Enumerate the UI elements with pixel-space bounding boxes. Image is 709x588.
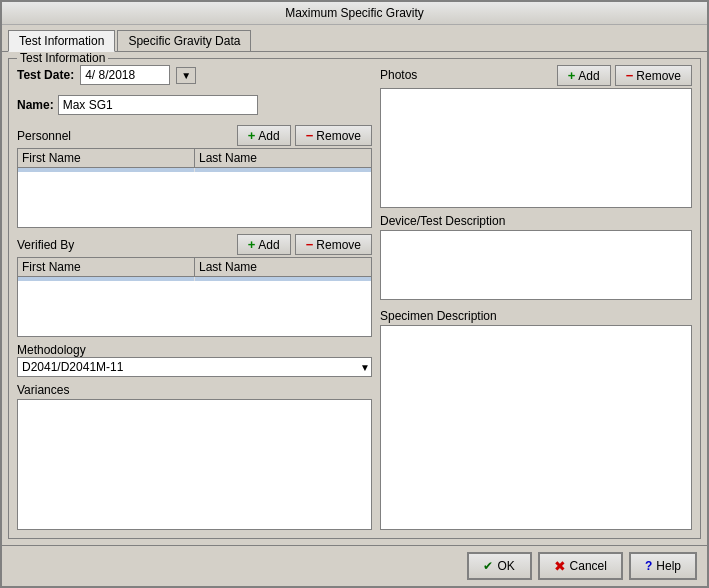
- footer: ✔ OK ✖ Cancel ? Help: [2, 545, 707, 586]
- tab-test-information[interactable]: Test Information: [8, 30, 115, 52]
- photos-section: Photos + Add − Remove: [380, 65, 692, 208]
- name-label: Name:: [17, 98, 54, 112]
- photos-add-button[interactable]: + Add: [557, 65, 611, 86]
- title-bar: Maximum Specific Gravity: [2, 2, 707, 25]
- personnel-btn-group: + Add − Remove: [237, 125, 372, 146]
- photos-remove-button[interactable]: − Remove: [615, 65, 692, 86]
- personnel-cell-lastname-1: [195, 168, 371, 172]
- ok-button[interactable]: ✔ OK: [467, 552, 532, 580]
- window-title: Maximum Specific Gravity: [285, 6, 424, 20]
- verified-by-label: Verified By: [17, 238, 74, 252]
- personnel-grid-header: First Name Last Name: [18, 149, 371, 168]
- photos-label: Photos: [380, 68, 417, 82]
- methodology-select[interactable]: D2041/D2041M-11: [17, 357, 372, 377]
- device-section: Device/Test Description: [380, 214, 692, 303]
- remove-icon-2: −: [306, 237, 314, 252]
- personnel-section: Personnel + Add − Remove: [17, 125, 372, 228]
- verified-by-section: Verified By + Add − Remove: [17, 234, 372, 337]
- add-icon-3: +: [568, 68, 576, 83]
- personnel-col-lastname: Last Name: [195, 149, 371, 167]
- name-input[interactable]: [58, 95, 258, 115]
- personnel-label: Personnel: [17, 129, 71, 143]
- specimen-textarea[interactable]: [380, 325, 692, 530]
- cancel-button[interactable]: ✖ Cancel: [538, 552, 623, 580]
- verified-grid-header: First Name Last Name: [18, 258, 371, 277]
- methodology-label: Methodology: [17, 343, 372, 357]
- specimen-section: Specimen Description: [380, 309, 692, 530]
- ok-label: OK: [497, 559, 514, 573]
- variances-section: Variances: [17, 383, 372, 530]
- photos-box: [380, 88, 692, 208]
- help-button[interactable]: ? Help: [629, 552, 697, 580]
- help-label: Help: [656, 559, 681, 573]
- ok-check-icon: ✔: [483, 559, 493, 573]
- personnel-grid[interactable]: First Name Last Name: [17, 148, 372, 228]
- photos-header: Photos + Add − Remove: [380, 65, 692, 86]
- test-date-input[interactable]: [80, 65, 170, 85]
- methodology-select-wrapper: D2041/D2041M-11 ▼: [17, 357, 372, 377]
- test-date-dropdown-btn[interactable]: ▼: [176, 67, 196, 84]
- device-label: Device/Test Description: [380, 214, 692, 228]
- test-date-row: Test Date: ▼: [17, 65, 372, 85]
- verified-cell-lastname-1: [195, 277, 371, 281]
- variances-label: Variances: [17, 383, 372, 397]
- main-layout: Test Date: ▼ Name: Personnel: [17, 65, 692, 530]
- personnel-col-firstname: First Name: [18, 149, 195, 167]
- add-icon: +: [248, 128, 256, 143]
- group-label: Test Information: [17, 51, 108, 65]
- personnel-cell-firstname-1: [18, 168, 195, 172]
- verified-grid[interactable]: First Name Last Name: [17, 257, 372, 337]
- verified-by-header: Verified By + Add − Remove: [17, 234, 372, 255]
- tab-specific-gravity-data[interactable]: Specific Gravity Data: [117, 30, 251, 52]
- content-area: Test Information Test Date: ▼ Name:: [2, 51, 707, 545]
- methodology-section: Methodology D2041/D2041M-11 ▼: [17, 343, 372, 377]
- verified-remove-button[interactable]: − Remove: [295, 234, 372, 255]
- verified-row-1[interactable]: [18, 277, 371, 281]
- personnel-row-1[interactable]: [18, 168, 371, 172]
- remove-icon: −: [306, 128, 314, 143]
- variances-textarea[interactable]: [17, 399, 372, 530]
- verified-add-button[interactable]: + Add: [237, 234, 291, 255]
- personnel-add-button[interactable]: + Add: [237, 125, 291, 146]
- cancel-label: Cancel: [570, 559, 607, 573]
- verified-col-lastname: Last Name: [195, 258, 371, 276]
- tab-bar: Test Information Specific Gravity Data: [2, 25, 707, 51]
- main-window: Maximum Specific Gravity Test Informatio…: [0, 0, 709, 588]
- test-date-label: Test Date:: [17, 68, 74, 82]
- personnel-header: Personnel + Add − Remove: [17, 125, 372, 146]
- personnel-remove-button[interactable]: − Remove: [295, 125, 372, 146]
- name-row: Name:: [17, 95, 372, 115]
- test-information-group: Test Information Test Date: ▼ Name:: [8, 58, 701, 539]
- specimen-label: Specimen Description: [380, 309, 692, 323]
- remove-icon-3: −: [626, 68, 634, 83]
- left-panel: Test Date: ▼ Name: Personnel: [17, 65, 372, 530]
- help-q-icon: ?: [645, 559, 652, 573]
- photos-btn-group: + Add − Remove: [557, 65, 692, 86]
- right-panel: Photos + Add − Remove: [380, 65, 692, 530]
- verified-btn-group: + Add − Remove: [237, 234, 372, 255]
- verified-col-firstname: First Name: [18, 258, 195, 276]
- add-icon-2: +: [248, 237, 256, 252]
- cancel-x-icon: ✖: [554, 558, 566, 574]
- verified-cell-firstname-1: [18, 277, 195, 281]
- device-textarea[interactable]: [380, 230, 692, 300]
